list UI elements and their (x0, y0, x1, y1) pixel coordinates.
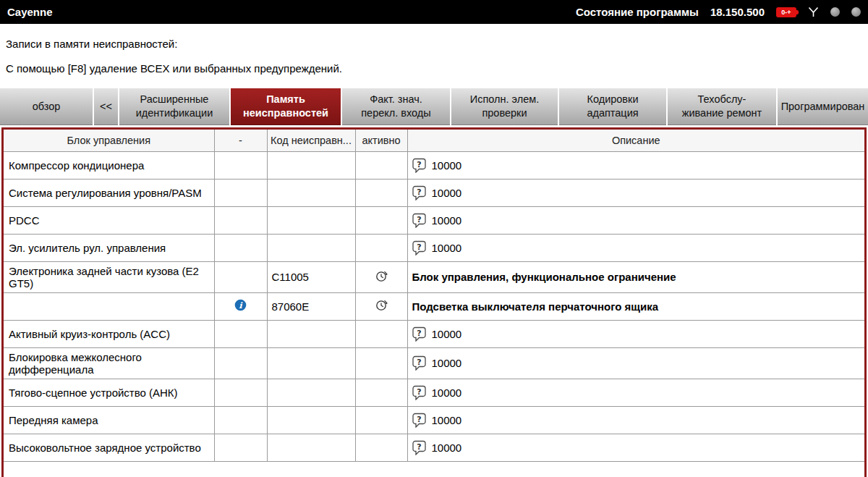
table-row[interactable]: Активный круиз-контроль (ACC)?10000 (4, 320, 864, 347)
table-row[interactable]: i87060EПодсветка выключателя перчаточног… (4, 292, 864, 320)
question-icon: ? (412, 326, 426, 342)
description-text: 10000 (432, 414, 462, 426)
question-icon: ? (412, 385, 426, 400)
active-status-cell (355, 406, 407, 434)
tab-actuator-tests[interactable]: Исполн. элем. проверки (451, 88, 558, 125)
control-unit-cell: Блокировка межколесного дифференциала (4, 347, 214, 379)
status-led-icon-2 (851, 7, 861, 17)
svg-text:?: ? (417, 242, 421, 251)
status-led-icon-1 (830, 7, 840, 17)
control-unit-cell (4, 292, 214, 320)
table-row[interactable]: Высоковольтное зарядное устройство?10000 (4, 434, 864, 461)
titlebar: Cayenne Состояние программы 18.150.500 0… (0, 0, 868, 24)
battery-status-text: 0-+ (781, 9, 791, 16)
info-cell (214, 234, 267, 261)
fault-code-cell (267, 151, 355, 179)
table-row[interactable]: Блокировка межколесного дифференциала?10… (4, 347, 864, 379)
tab-actual-values[interactable]: Факт. знач. перекл. входы (342, 88, 450, 125)
info-cell[interactable]: i (214, 292, 267, 320)
info-cell (214, 206, 267, 234)
question-icon: ? (412, 240, 426, 256)
tab-codings[interactable]: Кодировки адаптация (559, 88, 666, 125)
active-status-cell (355, 347, 407, 379)
battery-status-icon: 0-+ (776, 7, 796, 17)
control-unit-cell: Активный круиз-контроль (ACC) (4, 320, 214, 347)
fault-code-cell (267, 320, 355, 347)
description-text: 10000 (432, 387, 462, 399)
fault-code-cell (267, 206, 355, 234)
question-icon: ? (412, 440, 426, 455)
info-cell (214, 151, 267, 179)
clock-history-icon (375, 298, 388, 312)
svg-text:?: ? (417, 187, 421, 196)
svg-text:?: ? (417, 414, 421, 423)
info-cell (214, 179, 267, 206)
table-row[interactable]: Тягово-сцепное устройство (АНК)?10000 (4, 379, 864, 406)
active-status-cell (355, 379, 407, 406)
fault-code-cell (267, 406, 355, 434)
program-status-value: 18.150.500 (710, 6, 765, 18)
titlebar-right: Состояние программы 18.150.500 0-+ (576, 6, 861, 18)
tab-back[interactable]: << (94, 88, 118, 125)
fault-code-cell (267, 434, 355, 461)
info-icon: i (234, 299, 247, 311)
table-row[interactable]: Компрессор кондиционера?10000 (4, 151, 864, 179)
fault-code-cell (267, 347, 355, 379)
table-row[interactable]: Система регулирования уровня/PASM?10000 (4, 179, 864, 206)
f8-hint-text: С помощью [F8] удаление ВСЕХ или выбранн… (6, 62, 868, 75)
table-row[interactable]: Электроника задней части кузова (E2 GT5)… (4, 261, 864, 292)
clock-history-icon (375, 269, 388, 283)
question-icon: ? (412, 355, 426, 371)
fault-code-cell (267, 379, 355, 406)
control-unit-cell: Тягово-сцепное устройство (АНК) (4, 379, 214, 406)
fault-table-body: Компрессор кондиционера?10000Система рег… (4, 151, 864, 461)
header-dash: - (214, 130, 267, 151)
fault-code-cell: 87060E (267, 292, 355, 320)
description-text: 10000 (432, 187, 462, 199)
description-cell: ?10000 (407, 206, 864, 234)
description-cell: ?10000 (407, 434, 864, 461)
info-cell (214, 379, 267, 406)
tab-overview[interactable]: обзор (0, 88, 93, 125)
table-row[interactable]: Эл. усилитель рул. управления?10000 (4, 234, 864, 261)
control-unit-cell: Эл. усилитель рул. управления (4, 234, 214, 261)
question-icon: ? (412, 185, 426, 200)
active-status-cell (355, 206, 407, 234)
fault-code-cell (267, 179, 355, 206)
tab-fault-memory[interactable]: Память неисправностей (231, 88, 341, 125)
description-text: 10000 (432, 242, 462, 254)
fault-code-cell (267, 234, 355, 261)
table-row[interactable]: PDCC?10000 (4, 206, 864, 234)
info-cell (214, 434, 267, 461)
info-cell (214, 261, 267, 292)
control-unit-cell: PDCC (4, 206, 214, 234)
description-cell: ?10000 (407, 151, 864, 179)
active-status-cell (355, 179, 407, 206)
control-unit-cell: Система регулирования уровня/PASM (4, 179, 214, 206)
tab-extended-ids[interactable]: Расширенные идентификации (119, 88, 229, 125)
message-area: Записи в памяти неисправностей: С помощь… (0, 24, 868, 75)
description-cell: Блок управления, функциональное ограниче… (407, 261, 864, 292)
description-cell: ?10000 (407, 347, 864, 379)
question-icon: ? (412, 213, 426, 228)
active-status-cell (355, 261, 407, 292)
tab-programming[interactable]: Программирован (778, 88, 868, 125)
description-text: 10000 (432, 159, 462, 172)
fault-code-cell: C11005 (267, 261, 355, 292)
description-text: Блок управления, функциональное ограниче… (412, 271, 676, 283)
svg-text:?: ? (417, 328, 421, 337)
active-status-cell (355, 151, 407, 179)
description-cell: ?10000 (407, 379, 864, 406)
svg-text:?: ? (417, 387, 421, 396)
tab-maintenance[interactable]: Техобслу- живание ремонт (668, 88, 776, 125)
header-active: активно (355, 130, 407, 151)
program-status-label: Состояние программы (576, 6, 699, 18)
table-row[interactable]: Передняя камера?10000 (4, 406, 864, 434)
svg-text:?: ? (417, 159, 421, 169)
description-cell: ?10000 (407, 320, 864, 347)
active-status-cell (355, 434, 407, 461)
description-cell: Подсветка выключателя перчаточного ящика (407, 292, 864, 320)
header-control-unit: Блок управления (4, 130, 214, 151)
antenna-icon (808, 7, 819, 17)
active-status-cell (355, 234, 407, 261)
